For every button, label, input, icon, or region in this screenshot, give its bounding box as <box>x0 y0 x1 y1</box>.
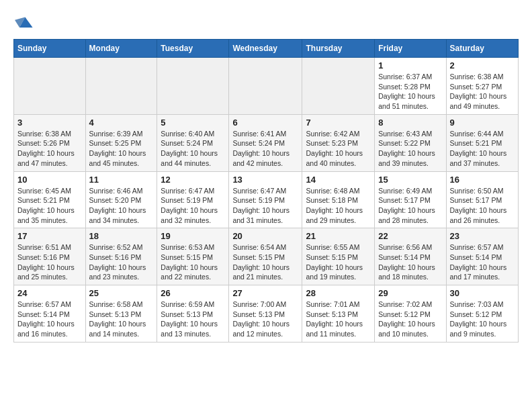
day-info-line: Sunset: 5:12 PM <box>378 310 442 320</box>
day-info-line: Sunset: 5:28 PM <box>378 82 442 92</box>
day-info-line: Sunrise: 6:44 AM <box>450 129 515 139</box>
day-info-line: Sunrise: 6:51 AM <box>17 242 82 253</box>
day-info-line: Daylight: 10 hours and 47 minutes. <box>17 148 82 168</box>
calendar-cell: 22Sunrise: 6:56 AMSunset: 5:14 PMDayligh… <box>375 228 446 285</box>
calendar-cell: 9Sunrise: 6:44 AMSunset: 5:21 PMDaylight… <box>446 114 519 171</box>
day-info: Sunrise: 6:37 AMSunset: 5:28 PMDaylight:… <box>378 72 442 111</box>
day-number: 27 <box>232 288 298 298</box>
day-info-line: Sunset: 5:25 PM <box>89 138 154 148</box>
day-info-line: Daylight: 10 hours and 9 minutes. <box>450 319 515 338</box>
day-info: Sunrise: 6:59 AMSunset: 5:13 PMDaylight:… <box>161 300 225 339</box>
day-info-line: Sunset: 5:13 PM <box>306 310 371 320</box>
day-info-line: Sunrise: 7:00 AM <box>232 300 298 310</box>
logo-icon <box>15 13 34 32</box>
day-info: Sunrise: 6:58 AMSunset: 5:13 PMDaylight:… <box>89 300 154 339</box>
day-info-line: Daylight: 10 hours and 18 minutes. <box>378 263 442 282</box>
day-info-line: Sunset: 5:14 PM <box>450 253 515 263</box>
calendar-cell: 19Sunrise: 6:53 AMSunset: 5:15 PMDayligh… <box>157 228 229 285</box>
day-info-line: Daylight: 10 hours and 34 minutes. <box>89 205 154 225</box>
day-info-line: Sunrise: 6:52 AM <box>89 242 154 253</box>
day-info: Sunrise: 6:47 AMSunset: 5:19 PMDaylight:… <box>161 186 225 226</box>
day-info: Sunrise: 7:00 AMSunset: 5:13 PMDaylight:… <box>232 300 298 339</box>
day-info-line: Sunset: 5:19 PM <box>161 195 225 205</box>
calendar-cell <box>229 58 302 115</box>
day-info: Sunrise: 6:52 AMSunset: 5:16 PMDaylight:… <box>89 242 154 282</box>
day-info-line: Daylight: 10 hours and 42 minutes. <box>232 148 298 168</box>
day-info-line: Sunrise: 7:03 AM <box>450 300 515 310</box>
col-header-thursday: Thursday <box>302 40 375 58</box>
calendar-cell: 4Sunrise: 6:39 AMSunset: 5:25 PMDaylight… <box>85 114 157 171</box>
day-number: 22 <box>378 231 442 241</box>
calendar-cell: 25Sunrise: 6:58 AMSunset: 5:13 PMDayligh… <box>85 285 157 342</box>
day-info-line: Sunrise: 6:41 AM <box>232 129 298 139</box>
day-info: Sunrise: 6:39 AMSunset: 5:25 PMDaylight:… <box>89 129 154 169</box>
day-info-line: Daylight: 10 hours and 39 minutes. <box>378 148 442 168</box>
day-number: 5 <box>161 118 225 128</box>
day-info-line: Sunrise: 6:40 AM <box>161 129 225 139</box>
day-info-line: Daylight: 10 hours and 44 minutes. <box>161 148 225 168</box>
day-info-line: Sunset: 5:24 PM <box>161 138 225 148</box>
calendar-header-row: SundayMondayTuesdayWednesdayThursdayFrid… <box>14 40 519 58</box>
day-info-line: Daylight: 10 hours and 14 minutes. <box>89 319 154 338</box>
day-info-line: Sunrise: 6:58 AM <box>89 300 154 310</box>
col-header-monday: Monday <box>85 40 157 58</box>
calendar-cell: 15Sunrise: 6:49 AMSunset: 5:17 PMDayligh… <box>375 171 446 228</box>
day-info: Sunrise: 6:57 AMSunset: 5:14 PMDaylight:… <box>17 300 82 339</box>
day-info-line: Sunrise: 6:50 AM <box>450 186 515 196</box>
day-info: Sunrise: 7:02 AMSunset: 5:12 PMDaylight:… <box>378 300 442 339</box>
day-info-line: Daylight: 10 hours and 45 minutes. <box>89 148 154 168</box>
calendar-cell: 16Sunrise: 6:50 AMSunset: 5:17 PMDayligh… <box>446 171 519 228</box>
calendar-cell: 7Sunrise: 6:42 AMSunset: 5:23 PMDaylight… <box>302 114 375 171</box>
calendar-cell: 26Sunrise: 6:59 AMSunset: 5:13 PMDayligh… <box>157 285 229 342</box>
day-info-line: Daylight: 10 hours and 23 minutes. <box>89 263 154 282</box>
day-number: 23 <box>450 231 515 241</box>
calendar-week-5: 24Sunrise: 6:57 AMSunset: 5:14 PMDayligh… <box>14 285 519 342</box>
day-number: 9 <box>450 118 515 128</box>
day-info-line: Sunrise: 6:56 AM <box>378 242 442 253</box>
calendar-cell: 6Sunrise: 6:41 AMSunset: 5:24 PMDaylight… <box>229 114 302 171</box>
day-info: Sunrise: 6:53 AMSunset: 5:15 PMDaylight:… <box>161 242 225 282</box>
day-info: Sunrise: 6:38 AMSunset: 5:26 PMDaylight:… <box>17 129 82 169</box>
day-info-line: Sunset: 5:18 PM <box>306 195 371 205</box>
day-number: 19 <box>161 231 225 241</box>
day-number: 6 <box>232 118 298 128</box>
day-info-line: Sunrise: 6:43 AM <box>378 129 442 139</box>
calendar-cell: 12Sunrise: 6:47 AMSunset: 5:19 PMDayligh… <box>157 171 229 228</box>
day-info-line: Sunrise: 6:42 AM <box>306 129 371 139</box>
day-info-line: Daylight: 10 hours and 22 minutes. <box>161 263 225 282</box>
day-info: Sunrise: 6:47 AMSunset: 5:19 PMDaylight:… <box>232 186 298 226</box>
day-number: 2 <box>450 60 515 71</box>
day-number: 17 <box>17 231 82 241</box>
day-info: Sunrise: 6:44 AMSunset: 5:21 PMDaylight:… <box>450 129 515 169</box>
day-info-line: Sunset: 5:21 PM <box>17 195 82 205</box>
day-info-line: Daylight: 10 hours and 19 minutes. <box>306 263 371 282</box>
day-info-line: Sunset: 5:17 PM <box>378 195 442 205</box>
logo <box>13 13 34 32</box>
day-info-line: Sunrise: 6:47 AM <box>232 186 298 196</box>
header <box>13 13 519 32</box>
calendar-cell: 17Sunrise: 6:51 AMSunset: 5:16 PMDayligh… <box>14 228 86 285</box>
day-info-line: Sunrise: 6:39 AM <box>89 129 154 139</box>
day-info-line: Daylight: 10 hours and 21 minutes. <box>232 263 298 282</box>
day-info-line: Daylight: 10 hours and 11 minutes. <box>306 319 371 338</box>
day-info: Sunrise: 6:38 AMSunset: 5:27 PMDaylight:… <box>450 72 515 111</box>
day-info: Sunrise: 6:43 AMSunset: 5:22 PMDaylight:… <box>378 129 442 169</box>
calendar-cell <box>157 58 229 115</box>
day-number: 29 <box>378 288 442 298</box>
day-info-line: Sunset: 5:14 PM <box>378 253 442 263</box>
day-info-line: Sunrise: 6:49 AM <box>378 186 442 196</box>
calendar-cell: 29Sunrise: 7:02 AMSunset: 5:12 PMDayligh… <box>375 285 446 342</box>
day-info: Sunrise: 6:49 AMSunset: 5:17 PMDaylight:… <box>378 186 442 226</box>
day-info: Sunrise: 6:50 AMSunset: 5:17 PMDaylight:… <box>450 186 515 226</box>
day-info-line: Sunrise: 7:01 AM <box>306 300 371 310</box>
calendar-cell: 1Sunrise: 6:37 AMSunset: 5:28 PMDaylight… <box>375 58 446 115</box>
day-info-line: Daylight: 10 hours and 31 minutes. <box>232 205 298 225</box>
day-info-line: Daylight: 10 hours and 16 minutes. <box>17 319 82 338</box>
day-info-line: Sunset: 5:22 PM <box>378 138 442 148</box>
day-info-line: Sunset: 5:14 PM <box>17 310 82 320</box>
day-info: Sunrise: 6:54 AMSunset: 5:15 PMDaylight:… <box>232 242 298 282</box>
day-info-line: Sunset: 5:15 PM <box>306 253 371 263</box>
calendar-cell: 30Sunrise: 7:03 AMSunset: 5:12 PMDayligh… <box>446 285 519 342</box>
day-info-line: Sunset: 5:17 PM <box>450 195 515 205</box>
day-info: Sunrise: 6:56 AMSunset: 5:14 PMDaylight:… <box>378 242 442 282</box>
